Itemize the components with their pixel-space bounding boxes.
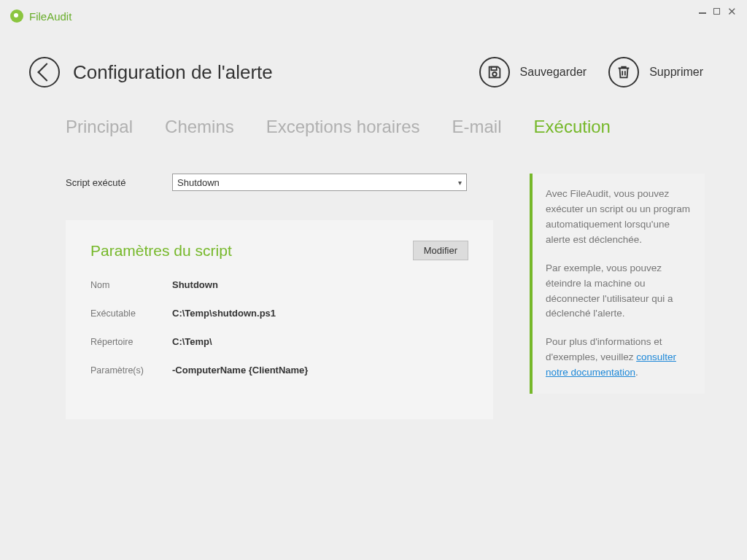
param-label: Nom	[90, 280, 172, 290]
chevron-down-icon: ▾	[458, 179, 462, 187]
param-value: C:\Temp\	[172, 336, 212, 347]
modify-button[interactable]: Modifier	[413, 241, 468, 260]
app-logo-icon	[10, 9, 23, 23]
param-row-directory: Répertoire C:\Temp\	[90, 336, 468, 347]
info-paragraph: Pour plus d'informations et d'exemples, …	[546, 335, 692, 381]
left-column: Script exécuté Shutdown ▾ Paramètres du …	[66, 174, 493, 419]
card-title: Paramètres du script	[90, 242, 232, 260]
tab-principal[interactable]: Principal	[66, 117, 133, 137]
script-select-value: Shutdown	[177, 177, 220, 188]
param-row-parameters: Paramètre(s) -ComputerName {ClientName}	[90, 365, 468, 376]
param-label: Paramètre(s)	[90, 365, 172, 376]
content-area: Script exécuté Shutdown ▾ Paramètres du …	[0, 137, 747, 419]
script-select[interactable]: Shutdown ▾	[172, 174, 467, 191]
info-text: .	[635, 367, 638, 378]
param-value: -ComputerName {ClientName}	[172, 365, 308, 376]
param-row-name: Nom Shutdown	[90, 279, 468, 290]
app-name: FileAudit	[29, 10, 71, 23]
titlebar: FileAudit ✕	[0, 0, 747, 32]
tab-exceptions[interactable]: Exceptions horaires	[266, 117, 420, 137]
window-controls: ✕	[699, 7, 737, 15]
param-row-executable: Exécutable C:\Temp\shutdown.ps1	[90, 308, 468, 319]
info-panel: Avec FileAudit, vous pouvez exécuter un …	[530, 174, 705, 394]
card-header: Paramètres du script Modifier	[90, 241, 468, 260]
minimize-icon[interactable]	[699, 12, 706, 14]
parameters-list: Nom Shutdown Exécutable C:\Temp\shutdown…	[90, 279, 468, 376]
page-header: Configuration de l'alerte Sauvegarder Su…	[0, 32, 747, 88]
close-icon[interactable]: ✕	[727, 8, 737, 15]
info-paragraph: Avec FileAudit, vous pouvez exécuter un …	[546, 187, 692, 248]
param-value: C:\Temp\shutdown.ps1	[172, 308, 276, 319]
info-paragraph: Par exemple, vous pouvez éteindre la mac…	[546, 261, 692, 322]
page-title: Configuration de l'alerte	[73, 61, 273, 84]
param-label: Exécutable	[90, 308, 172, 319]
arrow-left-icon	[37, 63, 55, 81]
tab-execution[interactable]: Exécution	[534, 117, 611, 137]
tab-bar: Principal Chemins Exceptions horaires E-…	[0, 88, 747, 137]
tab-chemins[interactable]: Chemins	[165, 117, 234, 137]
script-select-row: Script exécuté Shutdown ▾	[66, 174, 493, 191]
param-label: Répertoire	[90, 337, 172, 347]
delete-button[interactable]: Supprimer	[608, 57, 703, 88]
delete-label: Supprimer	[649, 66, 703, 79]
save-icon	[479, 57, 510, 88]
trash-icon	[608, 57, 639, 88]
script-select-label: Script exécuté	[66, 177, 172, 188]
param-value: Shutdown	[172, 279, 218, 290]
maximize-icon[interactable]	[713, 8, 720, 15]
save-button[interactable]: Sauvegarder	[479, 57, 587, 88]
script-parameters-card: Paramètres du script Modifier Nom Shutdo…	[66, 220, 493, 419]
tab-email[interactable]: E-mail	[452, 117, 502, 137]
save-label: Sauvegarder	[520, 66, 587, 79]
svg-rect-0	[491, 67, 496, 71]
svg-point-1	[492, 72, 497, 77]
back-button[interactable]	[29, 57, 60, 88]
header-actions: Sauvegarder Supprimer	[479, 57, 703, 88]
